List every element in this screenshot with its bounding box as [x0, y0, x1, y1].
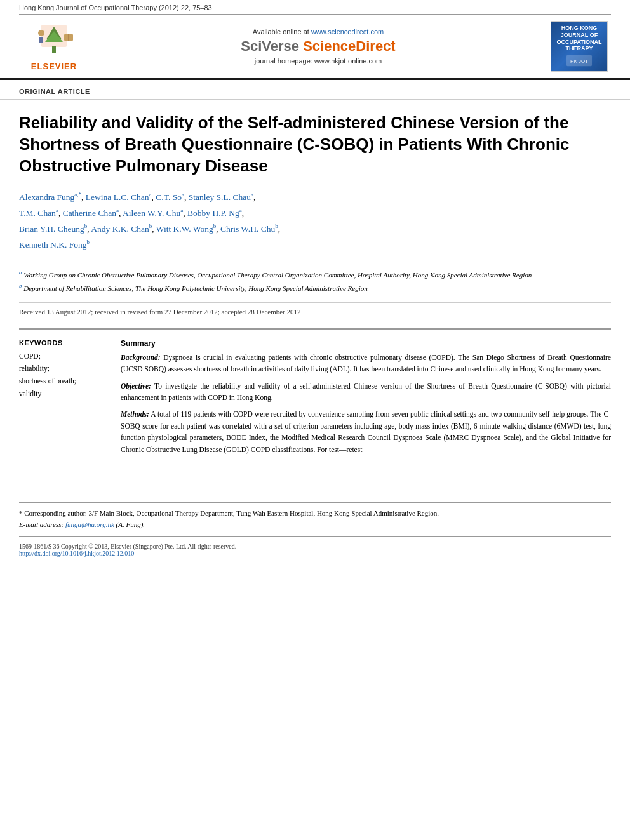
email-link[interactable]: funga@ha.org.hk	[65, 521, 114, 528]
abstract-label: Summary	[121, 339, 611, 348]
article-title: Reliability and Validity of the Self-adm…	[19, 112, 611, 177]
keyword-shortness: shortness of breath;	[19, 375, 108, 388]
author-alexandra-fung[interactable]: Alexandra Fung	[19, 192, 74, 202]
email-label: E-mail address:	[19, 521, 64, 528]
footer-divider-bottom	[19, 536, 611, 537]
elsevier-text: ELSEVIER	[31, 62, 77, 71]
methods-text: A total of 119 patients with COPD were r…	[121, 410, 611, 453]
abstract-objective: Objective: To investigate the reliabilit…	[121, 380, 611, 404]
abstract-section: KEYWORDS COPD; reliability; shortness of…	[19, 328, 611, 460]
author-catherine-chan[interactable]: Catherine Chan	[63, 208, 116, 218]
journal-logo-right: HONG KONGJOURNAL OFOCCUPATIONALTHERAPY H…	[547, 21, 611, 72]
background-label: Background:	[121, 354, 161, 361]
main-content: Reliability and Validity of the Self-adm…	[0, 100, 630, 473]
header-logos: ELSEVIER Available online at www.science…	[0, 15, 630, 80]
footer-corresponding-note: * Corresponding author. 3/F Main Block, …	[19, 509, 611, 517]
author-brian-cheung[interactable]: Brian Y.H. Cheung	[19, 223, 84, 233]
footer-copyright: 1569-1861/$ 36 Copyright © 2013, Elsevie…	[19, 543, 611, 550]
svg-text:HK JOT: HK JOT	[570, 58, 588, 64]
homepage-text: journal homepage: www.hkjot-online.com	[255, 57, 382, 65]
author-witt-wong[interactable]: Witt K.W. Wong	[156, 223, 213, 233]
author-aileen-chu[interactable]: Aileen W.Y. Chu	[123, 208, 180, 218]
journal-name: Hong Kong Journal of Occupational Therap…	[19, 4, 212, 11]
author-tm-chan[interactable]: T.M. Chan	[19, 208, 56, 218]
author-chris-chu[interactable]: Chris W.H. Chu	[220, 223, 275, 233]
available-text: Available online at www.sciencedirect.co…	[253, 28, 384, 36]
methods-label: Methods:	[121, 410, 149, 418]
elsevier-logo: ELSEVIER	[19, 21, 89, 72]
page: Hong Kong Journal of Occupational Therap…	[0, 0, 630, 840]
journal-logo-box: HONG KONGJOURNAL OFOCCUPATIONALTHERAPY H…	[551, 21, 608, 72]
author-stanley-chau[interactable]: Stanley S.L. Chau	[189, 192, 251, 202]
keywords-column: KEYWORDS COPD; reliability; shortness of…	[19, 339, 108, 460]
article-type: ORIGINAL ARTICLE	[0, 80, 630, 100]
sciverse-logo: SciVerse ScienceDirect	[241, 38, 395, 55]
keyword-copd: COPD;	[19, 350, 108, 363]
keywords-title: KEYWORDS	[19, 339, 108, 347]
affiliations: a Working Group on Chronic Obstructive P…	[19, 262, 611, 293]
svg-rect-5	[39, 37, 43, 43]
keyword-reliability: reliability;	[19, 363, 108, 375]
abstract-methods: Methods: A total of 119 patients with CO…	[121, 408, 611, 455]
keyword-validity: validity	[19, 388, 108, 401]
abstract-column: Summary Background: Dyspnoea is crucial …	[121, 339, 611, 460]
journal-header: Hong Kong Journal of Occupational Therap…	[0, 0, 630, 14]
affil-b: b Department of Rehabilitation Sciences,…	[19, 282, 611, 293]
svg-point-4	[38, 30, 44, 36]
keywords-list: COPD; reliability; shortness of breath; …	[19, 350, 108, 400]
objective-label: Objective:	[121, 382, 151, 390]
journal-logo-graphic: HK JOT	[563, 54, 595, 68]
doi-link[interactable]: http://dx.doi.org/10.1016/j.hkjot.2012.1…	[19, 550, 134, 557]
elsevier-tree-icon	[29, 22, 79, 60]
received-line: Received 13 August 2012; received in rev…	[19, 302, 611, 316]
author-bobby-ng[interactable]: Bobby H.P. Ng	[187, 208, 239, 218]
authors-line: Alexandra Funga,*, Lewina L.C. Chana, C.…	[19, 189, 611, 252]
footer-email-line: E-mail address: funga@ha.org.hk (A. Fung…	[19, 521, 611, 528]
affil-a: a Working Group on Chronic Obstructive P…	[19, 269, 611, 280]
footer-section: * Corresponding author. 3/F Main Block, …	[0, 486, 630, 566]
footer-doi: http://dx.doi.org/10.1016/j.hkjot.2012.1…	[19, 550, 611, 557]
author-andy-chan[interactable]: Andy K.K. Chan	[91, 223, 149, 233]
svg-rect-1	[52, 46, 56, 53]
abstract-background: Background: Dyspnoea is crucial in evalu…	[121, 352, 611, 375]
sciencedirect-center: Available online at www.sciencedirect.co…	[95, 21, 541, 72]
footer-divider-top	[19, 502, 611, 503]
background-text: Dyspnoea is crucial in evaluating patien…	[121, 354, 611, 373]
author-ct-so[interactable]: C.T. So	[156, 192, 182, 202]
abstract-text: Background: Dyspnoea is crucial in evalu…	[121, 352, 611, 455]
objective-text: To investigate the reliability and valid…	[121, 382, 611, 401]
sciencedirect-link[interactable]: www.sciencedirect.com	[311, 28, 384, 36]
email-suffix: (A. Fung).	[116, 521, 145, 528]
author-lewina-chan[interactable]: Lewina L.C. Chan	[86, 192, 149, 202]
author-kenneth-fong[interactable]: Kenneth N.K. Fong	[19, 239, 87, 249]
